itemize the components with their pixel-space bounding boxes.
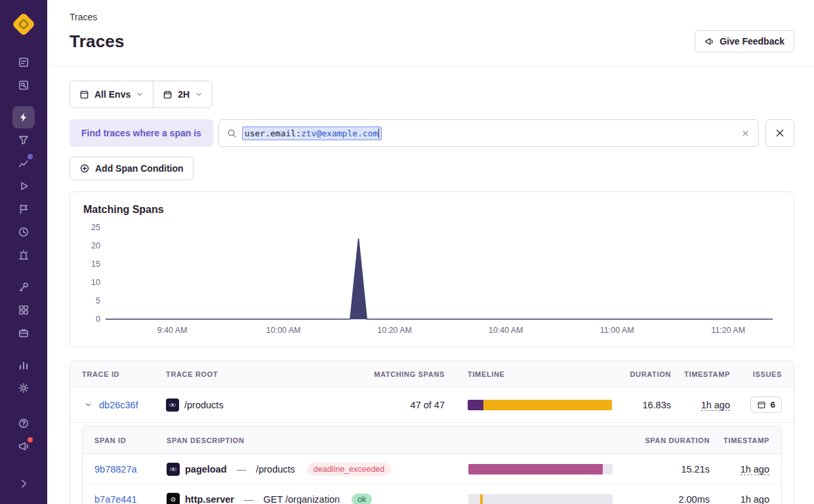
span-separator: —	[237, 464, 247, 475]
trace-row: db26c36f /products 47 of 47 16.83s 1h ag…	[70, 387, 794, 423]
span-duration: 2.00ms	[678, 494, 710, 504]
date-range-filter[interactable]: 2H	[153, 81, 212, 107]
span-description: GET /organization	[263, 494, 340, 504]
environment-filter-label: All Envs	[94, 89, 131, 100]
matching-spans-card: Matching Spans 05101520259:40 AM10:00 AM…	[70, 191, 794, 347]
trace-timeline-bar	[468, 400, 612, 410]
chevron-down-icon	[195, 90, 203, 98]
profiling-icon[interactable]	[12, 129, 35, 151]
page-header: Traces Traces Give Feedback	[47, 0, 814, 66]
remove-condition-button[interactable]	[765, 119, 794, 147]
span-row: b7a7e441 http.server — GET /organization…	[83, 484, 781, 504]
col-issues: ISSUES	[753, 370, 782, 378]
matching-spans-count: 47 of 47	[411, 400, 445, 410]
trace-id-link[interactable]: db26c36f	[99, 400, 138, 410]
replays-icon[interactable]	[12, 175, 35, 197]
span-search-input[interactable]: user.email:ztv@example.com	[218, 119, 759, 147]
clear-search-icon[interactable]	[741, 128, 750, 138]
environment-filter[interactable]: All Envs	[70, 81, 153, 107]
give-feedback-button[interactable]: Give Feedback	[695, 30, 794, 52]
span-status-badge: deadline_exceeded	[307, 463, 391, 476]
issues-icon[interactable]	[12, 51, 35, 73]
matching-spans-chart: 05101520259:40 AM10:00 AM10:20 AM10:40 A…	[83, 221, 781, 339]
search-icon	[227, 128, 237, 138]
svg-text:10:20 AM: 10:20 AM	[377, 326, 412, 335]
span-duration: 15.21s	[681, 464, 710, 475]
calendar-icon	[163, 90, 173, 100]
give-feedback-label: Give Feedback	[720, 36, 784, 47]
svg-text:25: 25	[91, 223, 100, 232]
col-duration: DURATION	[630, 370, 671, 378]
project-icon	[167, 463, 180, 476]
svg-text:15: 15	[91, 260, 100, 269]
col-span-timestamp: TIMESTAMP	[723, 436, 769, 444]
sentry-logo-diamond	[12, 12, 36, 37]
svg-text:10:00 AM: 10:00 AM	[266, 326, 301, 335]
page-title: Traces	[70, 31, 125, 52]
spans-subtable: SPAN ID SPAN DESCRIPTION SPAN DURATION T…	[82, 426, 782, 504]
app-root: Traces Traces Give Feedback All Envs	[0, 0, 814, 504]
whats-new-notification-dot	[28, 437, 33, 442]
traces-table-header: TRACE ID TRACE ROOT MATCHING SPANS TIMEL…	[70, 361, 794, 387]
span-id-link[interactable]: 9b78827a	[94, 464, 167, 475]
matching-spans-title: Matching Spans	[83, 204, 781, 216]
insights-icon[interactable]	[12, 152, 35, 174]
breadcrumb[interactable]: Traces	[70, 12, 794, 22]
collapse-icon[interactable]	[12, 473, 35, 495]
add-span-condition-button[interactable]: Add Span Condition	[70, 157, 193, 180]
whats-new-icon[interactable]	[12, 435, 35, 457]
span-op: http.server	[185, 494, 234, 504]
spans-subtable-header: SPAN ID SPAN DESCRIPTION SPAN DURATION T…	[83, 427, 781, 454]
col-span-duration: SPAN DURATION	[645, 436, 710, 444]
main-content: Traces Traces Give Feedback All Envs	[47, 0, 814, 504]
explore-icon[interactable]	[12, 74, 35, 96]
projects-icon[interactable]	[12, 322, 35, 344]
collapse-trace-icon[interactable]	[82, 399, 94, 411]
span-timestamp: 1h ago	[741, 464, 769, 475]
content-area: All Envs 2H Find traces where a span is …	[47, 66, 814, 504]
sentry-logo[interactable]	[12, 13, 35, 35]
svg-text:10: 10	[91, 278, 100, 287]
help-icon[interactable]	[12, 412, 35, 435]
search-token[interactable]: user.email:ztv@example.com	[243, 127, 382, 140]
sidebar-group-top	[12, 51, 35, 96]
trace-duration: 16.83s	[642, 400, 671, 410]
col-trace-id: TRACE ID	[82, 370, 166, 378]
megaphone-icon	[704, 37, 714, 47]
page-filter-bar: All Envs 2H	[70, 81, 213, 108]
trace-root-name[interactable]: /products	[184, 400, 224, 410]
crons-icon[interactable]	[12, 221, 35, 243]
svg-text:9:40 AM: 9:40 AM	[157, 326, 188, 335]
dashboards-icon[interactable]	[12, 299, 35, 321]
trace-issues-badge[interactable]: 6	[750, 397, 782, 413]
col-timeline: TIMELINE	[445, 370, 609, 378]
trace-timestamp: 1h ago	[701, 400, 730, 411]
trace-issues-count: 6	[770, 400, 775, 410]
span-id-link[interactable]: b7a7e441	[94, 494, 167, 504]
settings-icon[interactable]	[12, 377, 35, 399]
sidebar	[0, 0, 47, 504]
sidebar-group-observe	[12, 106, 35, 266]
date-range-label: 2H	[178, 89, 190, 100]
sidebar-group-tools	[12, 276, 35, 344]
traces-table: TRACE ID TRACE ROOT MATCHING SPANS TIMEL…	[70, 360, 794, 504]
span-timeline-bar	[468, 494, 613, 504]
feedback-icon[interactable]	[12, 198, 35, 220]
stats-icon[interactable]	[12, 354, 35, 376]
svg-text:11:20 AM: 11:20 AM	[711, 326, 745, 335]
span-op: pageload	[185, 464, 227, 475]
plus-circle-icon	[79, 163, 90, 174]
svg-text:10:40 AM: 10:40 AM	[489, 326, 523, 335]
environment-icon	[79, 90, 89, 100]
alerts-icon[interactable]	[12, 244, 35, 266]
traces-icon[interactable]	[12, 106, 35, 128]
releases-icon[interactable]	[12, 276, 35, 298]
search-token-key: user.email:	[245, 128, 301, 138]
chevron-down-icon	[136, 90, 144, 98]
span-separator: —	[244, 494, 254, 504]
col-trace-root: TRACE ROOT	[166, 370, 369, 378]
svg-text:0: 0	[96, 315, 100, 324]
sidebar-group-admin	[12, 354, 35, 399]
insights-notification-dot	[28, 154, 33, 159]
span-timeline-bar	[468, 464, 613, 475]
